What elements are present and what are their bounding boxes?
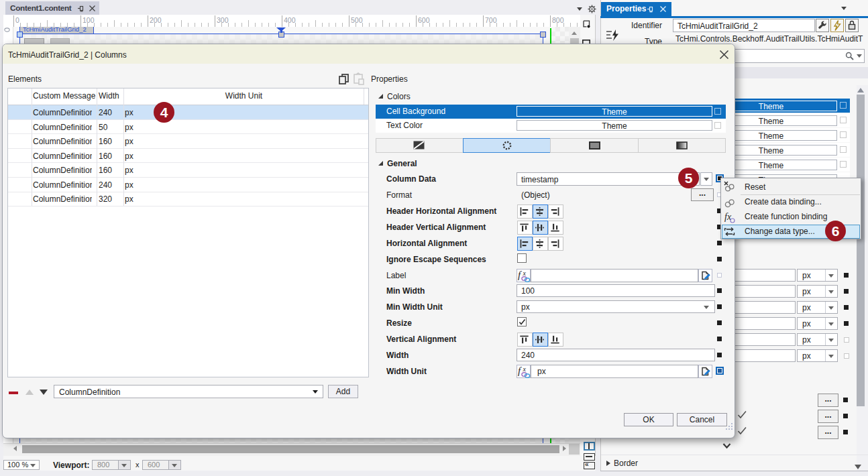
svg-text:x: x (523, 270, 527, 277)
svg-text:x: x (523, 365, 527, 373)
svg-text:f: f (518, 270, 522, 280)
svg-text:f: f (518, 365, 522, 376)
